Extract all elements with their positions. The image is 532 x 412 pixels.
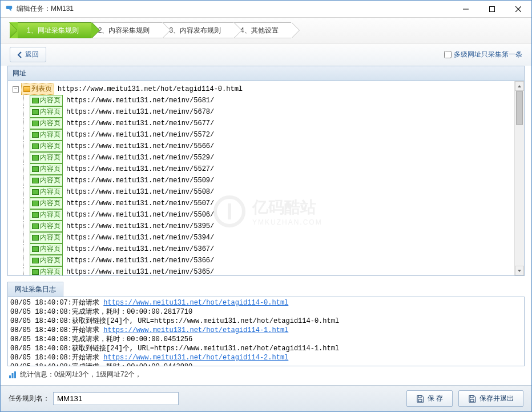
content-page-badge: 内容页 — [30, 266, 63, 276]
tree-child-row[interactable]: 内容页https://www.meitu131.net/meinv/5508/ — [13, 186, 522, 198]
multi-level-first-only-input[interactable] — [444, 51, 452, 58]
url-tree-panel[interactable]: −列表页https://www.meitu131.net/hot/etagid1… — [7, 81, 525, 276]
tree-child-row[interactable]: 内容页https://www.meitu131.net/meinv/5527/ — [13, 163, 522, 175]
tree-url: https://www.meitu131.net/meinv/5395/ — [66, 221, 214, 231]
log-line: 08/05 18:40:07:开始请求 https://www.meitu131… — [10, 298, 522, 307]
tree-child-row[interactable]: 内容页https://www.meitu131.net/meinv/5395/ — [13, 221, 522, 232]
svg-rect-5 — [418, 399, 422, 402]
tree-url: https://www.meitu131.net/meinv/5507/ — [66, 198, 214, 209]
content-page-badge: 内容页 — [30, 152, 63, 163]
close-button[interactable] — [505, 1, 531, 17]
save-exit-label: 保存并退出 — [479, 394, 514, 403]
step-tab-label: 1、网址采集规则 — [27, 26, 79, 35]
scroll-thumb[interactable] — [516, 91, 523, 125]
tree-url: https://www.meitu131.net/meinv/5367/ — [66, 244, 214, 254]
tree-url: https://www.meitu131.net/meinv/5677/ — [66, 118, 214, 129]
step-tabs: 1、网址采集规则2、内容采集规则3、内容发布规则4、其他设置 — [1, 18, 531, 43]
tree-child-row[interactable]: 内容页https://www.meitu131.net/meinv/5507/ — [13, 198, 522, 209]
log-link[interactable]: https://www.meitu131.net/hot/etagid114-2… — [103, 354, 288, 362]
log-box[interactable]: 08/05 18:40:07:开始请求 https://www.meitu131… — [7, 297, 525, 366]
content-page-badge: 内容页 — [30, 209, 63, 221]
tree-child-row[interactable]: 内容页https://www.meitu131.net/meinv/5365/ — [13, 266, 522, 276]
tree-child-row[interactable]: 内容页https://www.meitu131.net/meinv/5677/ — [13, 118, 522, 129]
content-page-badge: 内容页 — [30, 243, 63, 255]
tree-child-row[interactable]: 内容页https://www.meitu131.net/meinv/5367/ — [13, 243, 522, 255]
svg-rect-6 — [470, 395, 473, 398]
maximize-button[interactable] — [479, 1, 505, 17]
content-page-badge: 内容页 — [30, 95, 63, 106]
stats-text: 统计信息：0级网址3个，1级网址72个， — [20, 370, 142, 379]
app-icon — [5, 5, 13, 13]
content-page-badge: 内容页 — [30, 118, 63, 129]
collapse-icon[interactable]: − — [13, 86, 19, 93]
content-page-badge: 内容页 — [30, 175, 63, 186]
multi-level-first-only-checkbox[interactable]: 多级网址只采集第一条 — [444, 50, 522, 59]
window-title: 编辑任务：MM131 — [17, 4, 453, 14]
tree-root-row[interactable]: −列表页https://www.meitu131.net/hot/etagid1… — [13, 83, 522, 95]
content-page-badge: 内容页 — [30, 106, 63, 118]
tree-child-row[interactable]: 内容页https://www.meitu131.net/meinv/5529/ — [13, 152, 522, 163]
list-page-badge: 列表页 — [21, 83, 54, 95]
save-button[interactable]: 保 存 — [406, 390, 453, 407]
stats-row: 统计信息：0级网址3个，1级网址72个， — [7, 366, 525, 381]
tree-url: https://www.meitu131.net/meinv/5509/ — [66, 175, 214, 186]
step-tab-1[interactable]: 1、网址采集规则 — [10, 22, 91, 38]
svg-rect-2 — [12, 373, 14, 378]
content-page-badge: 内容页 — [30, 129, 63, 141]
log-link[interactable]: https://www.meitu131.net/hot/etagid114-1… — [103, 326, 288, 334]
footer: 任务规则名： 保 存 保存并退出 — [1, 385, 531, 411]
back-button[interactable]: 返回 — [10, 47, 46, 62]
tree-url: https://www.meitu131.net/meinv/5572/ — [66, 130, 214, 140]
tree-url: https://www.meitu131.net/hot/etagid114-0… — [58, 84, 243, 94]
tree-url: https://www.meitu131.net/meinv/5366/ — [66, 255, 214, 266]
tree-url: https://www.meitu131.net/meinv/5365/ — [66, 267, 214, 276]
rule-name-label: 任务规则名： — [9, 394, 50, 403]
bar-chart-icon — [9, 371, 17, 379]
svg-rect-7 — [470, 399, 474, 402]
content-page-badge: 内容页 — [30, 198, 63, 209]
tree-url: https://www.meitu131.net/meinv/5529/ — [66, 153, 214, 163]
tree-scrollbar[interactable] — [514, 81, 524, 275]
log-line: 08/05 18:40:08:完成请求，耗时：00:00:00.2817710 — [10, 307, 522, 317]
tree-child-row[interactable]: 内容页https://www.meitu131.net/meinv/5366/ — [13, 255, 522, 266]
log-line: 08/05 18:40:08:完成请求，耗时：00:00:00.0451256 — [10, 335, 522, 344]
tree-child-row[interactable]: 内容页https://www.meitu131.net/meinv/5572/ — [13, 129, 522, 141]
chevron-left-icon — [17, 51, 23, 58]
tree-child-row[interactable]: 内容页https://www.meitu131.net/meinv/5566/ — [13, 141, 522, 152]
step-tab-label: 4、其他设置 — [240, 26, 279, 35]
log-line: 08/05 18:40:08:获取到链接[24]个, URL=https://w… — [10, 344, 522, 353]
scroll-down-button[interactable] — [515, 266, 524, 275]
minimize-button[interactable] — [453, 1, 479, 17]
log-line: 08/05 18:40:08:获取到链接[24]个, URL=https://w… — [10, 317, 522, 326]
log-tab[interactable]: 网址采集日志 — [7, 282, 63, 297]
titlebar: 编辑任务：MM131 — [1, 1, 531, 18]
content-page-badge: 内容页 — [30, 141, 63, 152]
content-page-badge: 内容页 — [30, 255, 63, 266]
save-icon — [468, 395, 476, 403]
content-page-badge: 内容页 — [30, 221, 63, 232]
back-label: 返回 — [25, 50, 39, 59]
svg-rect-1 — [9, 375, 11, 378]
tree-url: https://www.meitu131.net/meinv/5508/ — [66, 187, 214, 197]
svg-rect-4 — [418, 395, 421, 398]
tree-child-row[interactable]: 内容页https://www.meitu131.net/meinv/5681/ — [13, 95, 522, 106]
tree-url: https://www.meitu131.net/meinv/5506/ — [66, 210, 214, 220]
svg-rect-3 — [14, 371, 16, 378]
svg-rect-0 — [490, 6, 495, 11]
tree-child-row[interactable]: 内容页https://www.meitu131.net/meinv/5506/ — [13, 209, 522, 221]
tree-url: https://www.meitu131.net/meinv/5566/ — [66, 141, 214, 151]
step-tab-label: 3、内容发布规则 — [169, 26, 221, 35]
rule-name-input[interactable] — [53, 392, 179, 405]
step-tab-label: 2、内容采集规则 — [98, 26, 150, 35]
tree-child-row[interactable]: 内容页https://www.meitu131.net/meinv/5509/ — [13, 175, 522, 186]
content-page-badge: 内容页 — [30, 186, 63, 198]
save-exit-button[interactable]: 保存并退出 — [458, 390, 523, 407]
tree-child-row[interactable]: 内容页https://www.meitu131.net/meinv/5394/ — [13, 232, 522, 243]
log-line: 08/05 18:40:08:开始请求 https://www.meitu131… — [10, 326, 522, 335]
scroll-up-button[interactable] — [515, 81, 524, 91]
tree-child-row[interactable]: 内容页https://www.meitu131.net/meinv/5678/ — [13, 106, 522, 118]
multi-level-first-only-label: 多级网址只采集第一条 — [454, 50, 522, 59]
url-column-header: 网址 — [13, 69, 291, 78]
save-icon — [416, 395, 424, 403]
log-link[interactable]: https://www.meitu131.net/hot/etagid114-0… — [103, 299, 288, 307]
